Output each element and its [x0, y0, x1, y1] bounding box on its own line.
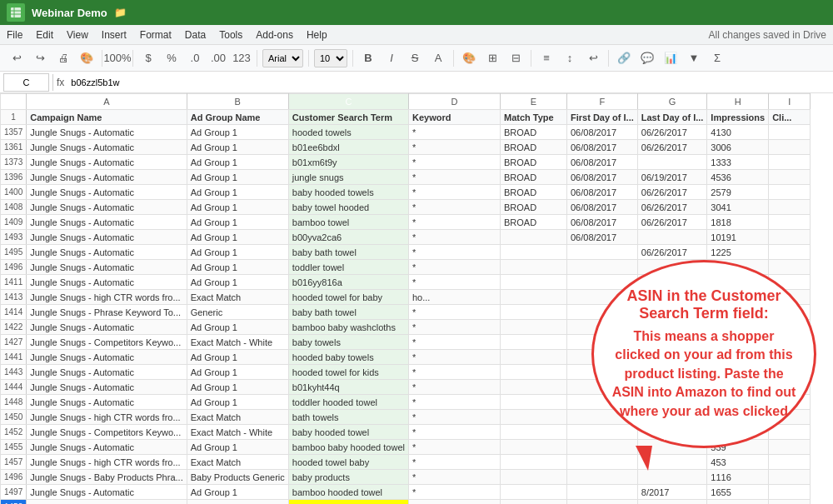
match-type [500, 320, 566, 335]
format-button[interactable]: 123 [232, 48, 252, 68]
align-left-button[interactable]: ≡ [536, 48, 556, 68]
menu-edit[interactable]: Edit [36, 29, 53, 41]
merge-button[interactable]: ⊟ [506, 48, 526, 68]
col-d-header[interactable]: D [408, 94, 500, 110]
impressions: 453 [707, 455, 769, 470]
row-number: 1396 [1, 170, 27, 185]
col-b-header[interactable]: B [187, 94, 288, 110]
keyword: * [408, 230, 500, 245]
clicks [769, 245, 811, 260]
paint-format-button[interactable]: 🎨 [77, 48, 97, 68]
keyword: * [408, 245, 500, 260]
menu-insert[interactable]: Insert [102, 29, 127, 41]
col-e-label: Match Type [500, 110, 566, 125]
campaign-name: Jungle Snugs - Baby Products Phra... [27, 470, 187, 485]
campaign-name: Jungle Snugs - Automatic [27, 230, 187, 245]
match-type [500, 380, 566, 395]
customer-search-term: baby hooded towel [288, 425, 408, 440]
valign-button[interactable]: ↕ [560, 48, 580, 68]
font-selector[interactable]: Arial [262, 49, 303, 67]
customer-search-term: hooded towels [288, 125, 408, 140]
last-day: 06/26/2017 [637, 215, 707, 230]
customer-search-term: hooded towel for kids [288, 365, 408, 380]
percent-button[interactable]: % [162, 48, 182, 68]
strikethrough-button[interactable]: S [405, 48, 425, 68]
match-type [500, 365, 566, 380]
separator-8 [608, 50, 609, 67]
decimal-inc-button[interactable]: .00 [208, 48, 228, 68]
campaign-name: Jungle Snugs - Automatic [27, 500, 187, 505]
fill-color-button[interactable]: 🎨 [459, 48, 479, 68]
currency-button[interactable]: $ [138, 48, 158, 68]
menu-format[interactable]: Format [140, 29, 172, 41]
function-button[interactable]: Σ [707, 48, 727, 68]
impressions: 1655 [707, 485, 769, 500]
col-g-header[interactable]: G [637, 94, 707, 110]
col-e-header[interactable]: E [500, 94, 566, 110]
table-row: 1408Jungle Snugs - AutomaticAd Group 1ba… [1, 200, 811, 215]
last-day: 06/26/2017 [637, 185, 707, 200]
campaign-name: Jungle Snugs - Automatic [27, 365, 187, 380]
col-a-header[interactable]: A [27, 94, 187, 110]
row-number: 1495 [1, 245, 27, 260]
customer-search-term: b016yy816a [288, 275, 408, 290]
last-day: 8/2017 [637, 485, 707, 500]
col-f-label: First Day of I... [566, 110, 637, 125]
keyword: * [408, 425, 500, 440]
table-row: 1496Jungle Snugs - Baby Products Phra...… [1, 470, 811, 485]
customer-search-term: hooded baby towels [288, 350, 408, 365]
keyword: * [408, 320, 500, 335]
row-number: 1493 [1, 230, 27, 245]
link-button[interactable]: 🔗 [614, 48, 634, 68]
row-num-header [1, 94, 27, 110]
callout-bubble: ASIN in the Customer Search Term field: … [591, 260, 816, 448]
zoom-button[interactable]: 100% [107, 48, 127, 68]
col-h-header[interactable]: H [707, 94, 769, 110]
comment-button[interactable]: 💬 [637, 48, 657, 68]
bold-button[interactable]: B [358, 48, 378, 68]
app-icon [7, 3, 25, 22]
col-i-header[interactable]: I [769, 94, 811, 110]
chart-button[interactable]: 📊 [661, 48, 681, 68]
col-c-header[interactable]: C [288, 94, 408, 110]
borders-button[interactable]: ⊞ [482, 48, 502, 68]
print-button[interactable]: 🖨 [53, 48, 73, 68]
clicks [769, 230, 811, 245]
menu-help[interactable]: Help [307, 29, 327, 41]
cell-reference-input[interactable] [3, 73, 49, 92]
menu-file[interactable]: File [7, 29, 22, 41]
font-size-selector[interactable]: 10 [314, 49, 347, 67]
formula-input[interactable] [67, 73, 830, 92]
filter-button[interactable]: ▼ [684, 48, 704, 68]
decimal-dec-button[interactable]: .0 [185, 48, 205, 68]
undo-button[interactable]: ↩ [7, 48, 27, 68]
row-number: 1409 [1, 215, 27, 230]
match-type: BROAD [500, 185, 566, 200]
ad-group-name: Ad Group 1 [187, 440, 288, 455]
campaign-name: Jungle Snugs - Phrase Keyword To... [27, 305, 187, 320]
clicks [769, 125, 811, 140]
clicks [769, 485, 811, 500]
impressions: 1116 [707, 470, 769, 485]
redo-button[interactable]: ↪ [30, 48, 50, 68]
first-day [566, 440, 637, 455]
wrap-button[interactable]: ↩ [583, 48, 603, 68]
menu-data[interactable]: Data [185, 29, 206, 41]
customer-search-term: baby products [288, 470, 408, 485]
first-day: 06/08/2017 [566, 155, 637, 170]
campaign-name: Jungle Snugs - Automatic [27, 350, 187, 365]
menu-view[interactable]: View [67, 29, 88, 41]
italic-button[interactable]: I [382, 48, 402, 68]
campaign-name: Jungle Snugs - Automatic [27, 170, 187, 185]
menu-addons[interactable]: Add-ons [256, 29, 293, 41]
row-number: 1427 [1, 335, 27, 350]
customer-search-term: b00yva2ca6 [288, 230, 408, 245]
last-day: 06/26/2017 [637, 200, 707, 215]
match-type [500, 230, 566, 245]
campaign-name: Jungle Snugs - high CTR words fro... [27, 455, 187, 470]
col-a-label: Campaign Name [27, 110, 187, 125]
first-day [566, 260, 637, 275]
menu-tools[interactable]: Tools [219, 29, 242, 41]
text-color-button[interactable]: A [428, 48, 448, 68]
col-f-header[interactable]: F [566, 94, 637, 110]
